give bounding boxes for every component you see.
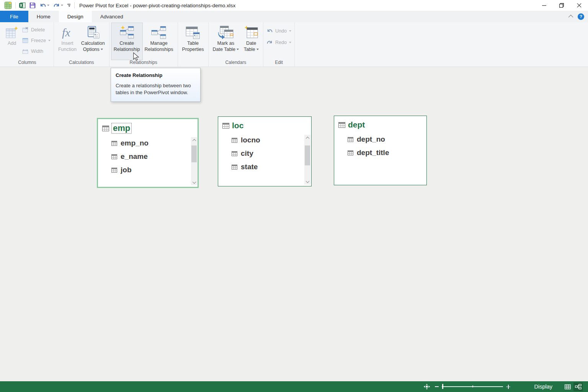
scroll-down-icon[interactable] [191, 179, 197, 185]
titlebar-divider [15, 2, 16, 8]
mark-as-date-table-button[interactable]: Mark as Date Table [211, 23, 242, 60]
scroll-up-icon[interactable] [304, 135, 310, 141]
column-icon [232, 165, 237, 170]
powerpivot-window: Power Pivot for Excel - power-pivot-crea… [0, 0, 588, 392]
group-label-calendars: Calendars [209, 60, 263, 67]
calculation-options-icon [86, 25, 100, 40]
minimize-button[interactable] [535, 0, 553, 11]
table-emp[interactable]: emp emp_no e_name job [97, 118, 199, 188]
save-button[interactable] [28, 1, 38, 10]
column-icon [111, 154, 117, 159]
create-relationship-label-1: Create [119, 40, 134, 46]
field-label: job [121, 166, 132, 174]
emp-scrollbar[interactable] [191, 137, 197, 185]
field-label: dept_title [357, 149, 389, 157]
chevron-down-icon [68, 5, 70, 7]
redo-label: Redo [275, 40, 287, 45]
date-table-button[interactable]: Date Table [241, 23, 261, 60]
diagram-canvas[interactable]: Create Relationship Create a relationshi… [0, 67, 588, 381]
table-dept[interactable]: dept dept_no dept_title [334, 116, 427, 185]
date-table-label-1: Date [246, 40, 256, 46]
diagram-view-button[interactable] [573, 382, 583, 391]
calculation-options-button[interactable]: Calculation Options [79, 23, 107, 60]
tab-advanced[interactable]: Advanced [92, 11, 132, 22]
scrollbar-thumb[interactable] [191, 145, 197, 162]
zoom-slider-midpoint-tick [472, 385, 473, 387]
freeze-column-button[interactable]: Freeze [21, 36, 52, 44]
collapse-ribbon-button[interactable] [568, 15, 573, 20]
restore-button[interactable] [553, 0, 570, 11]
group-label-columns: Columns [1, 60, 54, 67]
tab-file[interactable]: File [0, 11, 28, 22]
help-button[interactable]: ? [578, 13, 584, 20]
redo-icon [266, 40, 273, 45]
field-label: e_name [121, 152, 148, 161]
manage-relationships-button[interactable]: Manage Relationships [142, 23, 176, 60]
create-relationship-tooltip: Create Relationship Create a relationshi… [111, 68, 201, 102]
tooltip-body: Create a relationship between two tables… [116, 82, 196, 96]
group-columns: Add Delete Freeze Width [1, 22, 54, 67]
field-label: state [241, 163, 258, 171]
group-label-properties [178, 65, 208, 67]
zoom-slider-thumb[interactable] [442, 384, 443, 389]
insert-function-button[interactable]: fx Insert Function [56, 23, 79, 60]
fit-to-screen-button[interactable] [423, 384, 430, 390]
mark-as-date-table-icon [218, 25, 234, 40]
delete-label: Delete [31, 27, 45, 33]
group-relationships: Create Relationship Manage Relationships… [109, 22, 178, 67]
field-emp-no[interactable]: emp_no [111, 139, 198, 147]
tab-home[interactable]: Home [28, 11, 59, 22]
freeze-column-icon [22, 38, 29, 43]
customize-quick-access-button[interactable] [65, 4, 73, 7]
mark-as-date-table-label-2: Date Table [213, 46, 236, 52]
table-properties-button[interactable]: Table Properties [180, 23, 206, 65]
delete-column-button[interactable]: Delete [21, 26, 52, 34]
column-icon [111, 141, 117, 146]
manage-relationships-label-1: Manage [150, 40, 167, 46]
zoom-in-button[interactable] [506, 385, 510, 389]
redo-button[interactable]: Redo [265, 38, 292, 46]
redo-dropdown-caret-icon [61, 5, 63, 6]
window-title: Power Pivot for Excel - power-pivot-crea… [79, 3, 235, 8]
field-job[interactable]: job [111, 166, 198, 174]
table-icon [338, 122, 345, 128]
scroll-up-icon[interactable] [191, 137, 197, 143]
ribbon: Add Delete Freeze Width [0, 22, 588, 67]
scrollbar-thumb[interactable] [305, 145, 310, 165]
group-table-properties: Table Properties [178, 22, 209, 67]
calculation-options-caret-icon [101, 49, 103, 50]
scroll-down-icon[interactable] [304, 178, 310, 185]
table-name-loc[interactable]: loc [232, 121, 243, 130]
tab-design[interactable]: Design [59, 11, 92, 22]
manage-relationships-icon [151, 25, 167, 40]
field-e-name[interactable]: e_name [111, 152, 198, 161]
zoom-out-button[interactable] [435, 386, 439, 387]
close-button[interactable] [570, 0, 588, 11]
insert-function-label-2: Function [58, 46, 77, 52]
undo-icon [266, 28, 273, 34]
field-dept-title[interactable]: dept_title [348, 149, 426, 157]
add-column-icon [5, 25, 19, 40]
ribbon-tab-row: File Home Design Advanced ? [0, 11, 588, 22]
table-properties-icon [185, 25, 201, 40]
table-name-dept[interactable]: dept [348, 120, 365, 129]
field-dept-no[interactable]: dept_no [348, 135, 426, 144]
table-name-emp[interactable]: emp [112, 123, 131, 133]
field-state[interactable]: state [232, 163, 311, 171]
field-label: city [241, 149, 253, 158]
field-locno[interactable]: locno [232, 136, 311, 144]
loc-scrollbar[interactable] [304, 135, 310, 185]
add-column-label: Add [8, 40, 16, 46]
manage-relationships-label-2: Relationships [145, 46, 173, 52]
column-width-button[interactable]: Width [21, 47, 52, 55]
add-column-button[interactable]: Add [3, 23, 21, 60]
quick-redo-button[interactable] [51, 1, 65, 10]
overline-icon [67, 4, 70, 5]
excel-switch-button[interactable] [17, 1, 28, 10]
field-city[interactable]: city [232, 149, 311, 158]
grid-view-button[interactable] [563, 382, 572, 391]
table-loc[interactable]: loc locno city state [218, 116, 312, 186]
zoom-slider[interactable] [442, 386, 503, 387]
undo-button[interactable]: Undo [265, 27, 292, 35]
quick-undo-button[interactable] [38, 1, 51, 10]
